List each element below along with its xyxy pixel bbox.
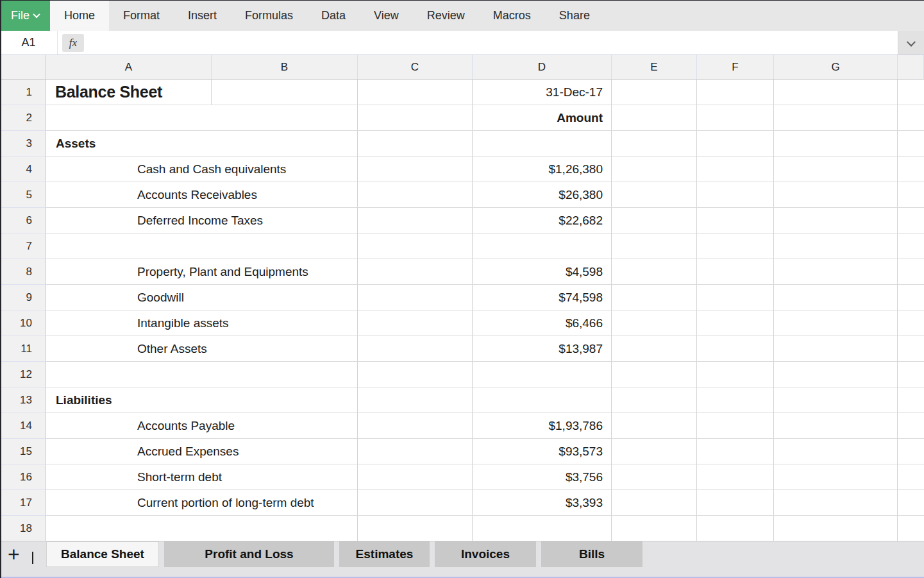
- cell-g13[interactable]: [774, 387, 898, 413]
- cell-c17[interactable]: [358, 490, 473, 516]
- cell-c4[interactable]: [358, 157, 473, 182]
- row-header-18[interactable]: 18: [0, 516, 46, 541]
- menu-item-review[interactable]: Review: [413, 0, 479, 31]
- column-header-c[interactable]: C: [358, 55, 473, 80]
- cell-g4[interactable]: [774, 157, 898, 182]
- cell-f4[interactable]: [697, 157, 774, 182]
- cell-a5[interactable]: Accounts Receivables: [46, 182, 358, 208]
- menu-item-view[interactable]: View: [360, 0, 413, 31]
- cell-h16[interactable]: [898, 464, 924, 490]
- row-header-8[interactable]: 8: [0, 259, 46, 285]
- cell-c8[interactable]: [358, 259, 473, 285]
- cell-g5[interactable]: [774, 182, 898, 208]
- cell-e15[interactable]: [612, 439, 697, 464]
- cell-a8[interactable]: Property, Plant and Equipments: [46, 259, 358, 285]
- row-header-17[interactable]: 17: [0, 490, 46, 516]
- cell-e17[interactable]: [612, 490, 697, 516]
- formula-input[interactable]: [88, 31, 898, 55]
- sheet-list-button[interactable]: [32, 552, 33, 563]
- cell-c14[interactable]: [358, 413, 473, 439]
- cell-f8[interactable]: [697, 259, 774, 285]
- cell-a15[interactable]: Accrued Expenses: [46, 439, 358, 464]
- cell-d6[interactable]: $22,682: [473, 208, 612, 234]
- cell-f14[interactable]: [697, 413, 774, 439]
- cell-f10[interactable]: [697, 310, 774, 336]
- cell-a3[interactable]: Assets: [46, 131, 358, 157]
- row-header-11[interactable]: 11: [0, 336, 46, 362]
- cell-f11[interactable]: [697, 336, 774, 362]
- menu-item-format[interactable]: Format: [109, 0, 174, 31]
- cell-a2[interactable]: [46, 105, 358, 131]
- cell-g7[interactable]: [774, 234, 898, 259]
- cell-c5[interactable]: [358, 182, 473, 208]
- cell-a10[interactable]: Intangible assets: [46, 310, 358, 336]
- sheet-tab-invoices[interactable]: Invoices: [435, 541, 536, 567]
- cell-f9[interactable]: [697, 285, 774, 310]
- cell-f15[interactable]: [697, 439, 774, 464]
- row-header-13[interactable]: 13: [0, 387, 46, 413]
- row-header-9[interactable]: 9: [0, 285, 46, 310]
- cell-d14[interactable]: $1,93,786: [473, 413, 612, 439]
- cell-f5[interactable]: [697, 182, 774, 208]
- cell-f1[interactable]: [697, 80, 774, 105]
- cell-a18[interactable]: [46, 516, 358, 541]
- cell-d17[interactable]: $3,393: [473, 490, 612, 516]
- column-header-d[interactable]: D: [473, 55, 612, 80]
- row-header-16[interactable]: 16: [0, 464, 46, 490]
- cell-e8[interactable]: [612, 259, 697, 285]
- select-all-corner[interactable]: [0, 55, 46, 80]
- cell-g1[interactable]: [774, 80, 898, 105]
- cell-e13[interactable]: [612, 387, 697, 413]
- cell-a14[interactable]: Accounts Payable: [46, 413, 358, 439]
- column-header-a[interactable]: A: [46, 55, 212, 80]
- formula-bar-expand-button[interactable]: [898, 31, 924, 55]
- cell-f12[interactable]: [697, 362, 774, 387]
- cell-c6[interactable]: [358, 208, 473, 234]
- cell-h6[interactable]: [898, 208, 924, 234]
- cell-d15[interactable]: $93,573: [473, 439, 612, 464]
- column-header-e[interactable]: E: [612, 55, 697, 80]
- cell-c7[interactable]: [358, 234, 473, 259]
- cell-f18[interactable]: [697, 516, 774, 541]
- cell-d8[interactable]: $4,598: [473, 259, 612, 285]
- cell-e6[interactable]: [612, 208, 697, 234]
- cell-h7[interactable]: [898, 234, 924, 259]
- cell-e10[interactable]: [612, 310, 697, 336]
- cell-g15[interactable]: [774, 439, 898, 464]
- cell-e18[interactable]: [612, 516, 697, 541]
- file-menu-button[interactable]: File: [0, 0, 50, 31]
- cell-g16[interactable]: [774, 464, 898, 490]
- cell-e16[interactable]: [612, 464, 697, 490]
- menu-item-insert[interactable]: Insert: [174, 0, 231, 31]
- cell-h18[interactable]: [898, 516, 924, 541]
- cell-e2[interactable]: [612, 105, 697, 131]
- sheet-tab-bills[interactable]: Bills: [541, 541, 643, 567]
- cell-a13[interactable]: Liabilities: [46, 387, 358, 413]
- sheet-tab-balance-sheet[interactable]: Balance Sheet: [46, 541, 159, 567]
- cell-h15[interactable]: [898, 439, 924, 464]
- cell-d10[interactable]: $6,466: [473, 310, 612, 336]
- column-header-b[interactable]: B: [212, 55, 358, 80]
- cell-d11[interactable]: $13,987: [473, 336, 612, 362]
- cell-e3[interactable]: [612, 131, 697, 157]
- cell-e11[interactable]: [612, 336, 697, 362]
- cell-a11[interactable]: Other Assets: [46, 336, 358, 362]
- cell-c1[interactable]: [358, 80, 473, 105]
- cell-h9[interactable]: [898, 285, 924, 310]
- cell-c2[interactable]: [358, 105, 473, 131]
- sheet-tab-profit-and-loss[interactable]: Profit and Loss: [164, 541, 334, 567]
- cell-h5[interactable]: [898, 182, 924, 208]
- cell-h13[interactable]: [898, 387, 924, 413]
- cell-f7[interactable]: [697, 234, 774, 259]
- cell-c11[interactable]: [358, 336, 473, 362]
- row-header-14[interactable]: 14: [0, 413, 46, 439]
- add-sheet-button[interactable]: +: [8, 543, 20, 566]
- cell-f16[interactable]: [697, 464, 774, 490]
- cell-a7[interactable]: [46, 234, 358, 259]
- cell-g6[interactable]: [774, 208, 898, 234]
- row-header-1[interactable]: 1: [0, 80, 46, 105]
- cell-c16[interactable]: [358, 464, 473, 490]
- row-header-4[interactable]: 4: [0, 157, 46, 182]
- cell-a9[interactable]: Goodwill: [46, 285, 358, 310]
- cell-g2[interactable]: [774, 105, 898, 131]
